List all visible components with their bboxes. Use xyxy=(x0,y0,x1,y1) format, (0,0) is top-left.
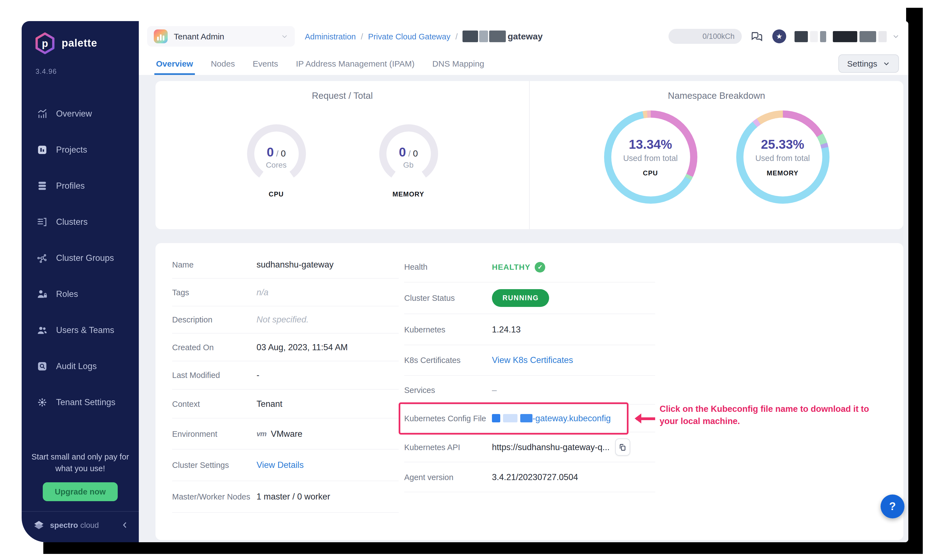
cpu-gauge: 0 / 0 Cores CPU xyxy=(246,124,307,198)
detail-row-k8s-certificates: K8s Certificates View K8s Certificates xyxy=(404,345,655,376)
app-version: 3.4.96 xyxy=(22,54,139,75)
breadcrumb-separator: / xyxy=(455,32,457,41)
kubeconfig-download-link[interactable]: -gateway.kubeconfig xyxy=(492,413,611,423)
chevron-down-icon xyxy=(892,33,899,40)
sidebar-item-tenant-settings[interactable]: Tenant Settings xyxy=(22,384,139,420)
redacted-block xyxy=(462,31,478,42)
tab-nodes[interactable]: Nodes xyxy=(202,52,244,75)
redacted-block xyxy=(878,31,887,42)
profiles-layers-icon xyxy=(37,180,48,191)
gateway-details-card: Name sudhanshu-gateway Tags n/a Descript… xyxy=(156,243,903,540)
detail-row-kubernetes-api: Kubernetes API https://sudhanshu-gateway… xyxy=(404,432,655,462)
gauges: 0 / 0 Cores CPU 0 / 0 xyxy=(246,124,439,198)
app-window: p palette 3.4.96 Overview Projec xyxy=(22,21,908,542)
tags-value: n/a xyxy=(257,287,268,297)
detail-row-last-modified: Last Modified - xyxy=(172,361,399,389)
breadcrumb: Administration / Private Cloud Gateway /… xyxy=(305,31,543,42)
sidebar-item-cluster-groups[interactable]: Cluster Groups xyxy=(22,240,139,276)
chat-button[interactable] xyxy=(750,29,764,43)
usage-credits-pill[interactable]: 0/100kCh xyxy=(668,29,742,44)
copy-api-button[interactable] xyxy=(615,438,630,455)
scope-selector[interactable]: Tenant Admin xyxy=(147,26,295,47)
cpu-gauge-total: 0 xyxy=(281,149,286,158)
memory-gauge-total: 0 xyxy=(413,149,418,158)
clusters-icon xyxy=(37,216,48,227)
redacted-block xyxy=(833,31,857,42)
sidebar-menu: Overview Projects Profiles xyxy=(22,95,139,420)
sidebar-item-roles[interactable]: Roles xyxy=(22,276,139,312)
last-modified-value: - xyxy=(257,370,259,380)
upgrade-promo-text: Start small and only pay for what you us… xyxy=(22,451,139,475)
footer-brand-light: cloud xyxy=(80,521,99,529)
cpu-gauge-label: CPU xyxy=(269,190,284,198)
tab-events[interactable]: Events xyxy=(244,52,287,75)
breadcrumb-link-private-cloud-gateway[interactable]: Private Cloud Gateway xyxy=(368,32,451,41)
view-k8s-certificates-link[interactable]: View K8s Certificates xyxy=(492,355,573,365)
chevron-down-icon xyxy=(883,60,890,67)
sidebar: p palette 3.4.96 Overview Projec xyxy=(22,21,139,542)
detail-row-kubeconfig: Kubernetes Config File -gateway.kubeconf… xyxy=(404,405,655,432)
redacted-block xyxy=(489,31,506,42)
details-right-column: Health HEALTHY ✓ Cluster Status RUNNING … xyxy=(404,252,655,492)
kubernetes-api-value: https://sudhanshu-gateway-q... xyxy=(492,442,610,452)
view-details-link[interactable]: View Details xyxy=(257,460,304,470)
sidebar-item-projects[interactable]: Projects xyxy=(22,132,139,168)
detail-row-description: Description Not specified. xyxy=(172,306,399,334)
sidebar-item-label: Users & Teams xyxy=(56,325,114,335)
health-check-icon: ✓ xyxy=(535,262,545,272)
sidebar-item-label: Cluster Groups xyxy=(56,253,114,263)
detail-row-cluster-status: Cluster Status RUNNING xyxy=(404,283,655,314)
user-menu[interactable] xyxy=(795,31,899,42)
upgrade-now-button[interactable]: Upgrade now xyxy=(43,482,118,501)
tab-overview[interactable]: Overview xyxy=(147,52,202,75)
redacted-block xyxy=(479,31,488,42)
help-button[interactable]: ? xyxy=(881,494,904,518)
donuts: 13.34% Used from total CPU 25.33% Used f… xyxy=(604,111,829,204)
description-value: Not specified. xyxy=(257,315,309,325)
sidebar-item-users-teams[interactable]: Users & Teams xyxy=(22,312,139,348)
star-badge-button[interactable]: ★ xyxy=(772,29,786,43)
redacted-block xyxy=(810,31,818,42)
kubernetes-version-value: 1.24.13 xyxy=(492,325,520,334)
redacted-block xyxy=(503,414,517,422)
breadcrumb-separator: / xyxy=(361,32,363,41)
context-value: Tenant xyxy=(257,399,282,409)
request-total-title: Request / Total xyxy=(312,91,373,101)
cpu-gauge-ring: 0 / 0 Cores xyxy=(247,124,306,183)
cpu-donut-label: CPU xyxy=(623,169,678,177)
sidebar-item-overview[interactable]: Overview xyxy=(22,95,139,132)
audit-logs-icon xyxy=(37,360,48,372)
chat-bubbles-icon xyxy=(750,29,764,43)
sidebar-item-audit-logs[interactable]: Audit Logs xyxy=(22,348,139,384)
redacted-block xyxy=(520,414,533,422)
brand-row: p palette xyxy=(22,21,139,54)
palette-logo-icon: p xyxy=(34,32,56,54)
settings-button[interactable]: Settings xyxy=(838,54,899,72)
main-area: Tenant Admin Administration / Private Cl… xyxy=(139,21,908,542)
created-on-value: 03 Aug, 2023, 11:54 AM xyxy=(257,342,348,352)
detail-row-context: Context Tenant xyxy=(172,389,399,418)
breadcrumb-current-gateway: gateway xyxy=(462,31,542,42)
tab-ipam[interactable]: IP Address Management (IPAM) xyxy=(287,52,423,75)
tab-dns-mapping[interactable]: DNS Mapping xyxy=(423,52,493,75)
detail-row-environment: Environment vmVMware xyxy=(172,418,399,449)
cpu-donut-caption: Used from total xyxy=(623,154,678,163)
sidebar-item-profiles[interactable]: Profiles xyxy=(22,168,139,204)
topbar: Tenant Admin Administration / Private Cl… xyxy=(139,21,908,52)
sidebar-collapse-button[interactable] xyxy=(121,521,129,529)
copy-icon xyxy=(619,443,627,451)
services-value: – xyxy=(492,385,497,395)
svg-text:p: p xyxy=(42,38,48,49)
footer-brand-bold: spectro xyxy=(50,521,78,529)
redacted-block xyxy=(795,31,808,42)
cpu-gauge-value: 0 xyxy=(267,145,274,159)
sidebar-item-clusters[interactable]: Clusters xyxy=(22,204,139,240)
spectro-cloud-logo xyxy=(33,519,45,531)
redacted-block xyxy=(859,31,876,42)
memory-donut-chart: 25.33% Used from total MEMORY xyxy=(736,111,829,204)
breadcrumb-link-administration[interactable]: Administration xyxy=(305,32,356,41)
chevron-down-icon xyxy=(281,33,288,40)
content: Request / Total 0 / 0 Cores xyxy=(139,75,908,542)
detail-row-master-worker: Master/Worker Nodes 1 master / 0 worker xyxy=(172,481,399,513)
sidebar-item-label: Profiles xyxy=(56,181,85,191)
